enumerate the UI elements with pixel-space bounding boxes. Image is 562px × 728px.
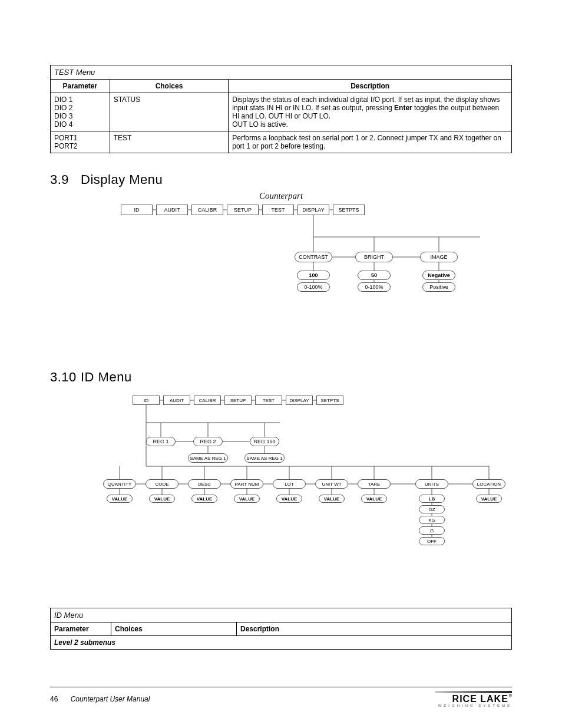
submenu-node: BRIGHT xyxy=(355,252,393,262)
menu-node: ID xyxy=(121,205,153,215)
id-menu-title: ID Menu xyxy=(51,608,512,622)
page-number: 46 xyxy=(50,695,58,703)
col-choices: Choices xyxy=(111,622,237,636)
table-row: DIO 1 DIO 2 DIO 3 DIO 4 STATUS Displays … xyxy=(51,93,512,131)
heading-id-menu: 3.10ID Menu xyxy=(50,370,512,385)
value-node: VALUE xyxy=(149,495,175,503)
cell-param: DIO 1 DIO 2 DIO 3 DIO 4 xyxy=(51,93,110,131)
value-node: LB xyxy=(419,495,445,503)
page-footer: 46 Counterpart User Manual RICE LAKE WEI… xyxy=(50,687,512,707)
value-node: 100 xyxy=(297,271,330,280)
menu-node: TEST xyxy=(255,396,282,405)
value-node: VALUE xyxy=(107,495,133,503)
field-node: PART NUM xyxy=(230,479,263,489)
id-menu-diagram: ID AUDIT CALIBR SETUP TEST DISPLAY SETPT… xyxy=(97,396,521,584)
test-menu-title: TEST Menu xyxy=(51,65,512,80)
doc-title: Counterpart User Manual xyxy=(71,695,150,703)
cell-desc: Displays the status of each individual d… xyxy=(229,93,512,131)
value-node: VALUE xyxy=(191,495,217,503)
figure-title: Counterpart xyxy=(50,191,512,201)
value-node: VALUE xyxy=(319,495,345,503)
field-node: LOCATION xyxy=(472,479,505,489)
display-menu-diagram: ID AUDIT CALIBR SETUP TEST DISPLAY SETPT… xyxy=(121,205,510,322)
field-node: QUANTITY xyxy=(103,479,136,489)
menu-node: SETUP xyxy=(227,205,259,215)
option-node: Positive xyxy=(422,282,455,292)
cell-choices: STATUS xyxy=(110,93,229,131)
same-as-node: SAME AS REG 1 xyxy=(244,453,285,463)
reg-node: REG 150 xyxy=(250,437,279,446)
unit-option: OFF xyxy=(419,537,445,545)
menu-node: SETPTS xyxy=(316,396,343,405)
col-description: Description xyxy=(237,622,512,636)
value-node: VALUE xyxy=(361,495,387,503)
field-node: LOT xyxy=(273,479,306,489)
menu-node: AUDIT xyxy=(156,205,188,215)
reg-node: REG 1 xyxy=(146,437,176,446)
cell-param: PORT1 PORT2 xyxy=(51,131,110,153)
unit-option: KG xyxy=(419,516,445,524)
col-description: Description xyxy=(229,80,512,93)
menu-node: TEST xyxy=(262,205,294,215)
value-node: 50 xyxy=(358,271,391,280)
logo-tagline: WEIGHING SYSTEMS xyxy=(435,704,512,707)
submenu-node: CONTRAST xyxy=(295,252,332,262)
field-node: CODE xyxy=(146,479,178,489)
value-node: Negative xyxy=(422,271,455,280)
field-node: UNIT WT xyxy=(315,479,348,489)
menu-node: AUDIT xyxy=(163,396,190,405)
menu-node: DISPLAY xyxy=(286,396,313,405)
option-node: 0-100% xyxy=(297,282,330,292)
col-parameter: Parameter xyxy=(51,622,111,636)
heading-display-menu: 3.9Display Menu xyxy=(50,172,512,187)
unit-option: OZ xyxy=(419,505,445,513)
field-node: TARE xyxy=(358,479,391,489)
value-node: VALUE xyxy=(476,495,502,503)
cell-desc: Performs a loopback test on serial port … xyxy=(229,131,512,153)
test-menu-table: TEST Menu Parameter Choices Description … xyxy=(50,65,512,153)
brand-logo: RICE LAKE WEIGHING SYSTEMS xyxy=(435,691,512,707)
field-node: UNITS xyxy=(415,479,448,489)
subheading: Level 2 submenus xyxy=(51,636,512,650)
id-menu-table: ID Menu Parameter Choices Description Le… xyxy=(50,608,512,650)
logo-name: RICE LAKE xyxy=(435,694,512,704)
unit-option: G xyxy=(419,526,445,535)
menu-node: SETPTS xyxy=(333,205,365,215)
field-node: DESC xyxy=(188,479,221,489)
reg-node: REG 2 xyxy=(193,437,223,446)
value-node: VALUE xyxy=(276,495,302,503)
table-row: PORT1 PORT2 TEST Performs a loopback tes… xyxy=(51,131,512,153)
col-choices: Choices xyxy=(110,80,229,93)
menu-node: CALIBR xyxy=(191,205,223,215)
option-node: 0-100% xyxy=(358,282,391,292)
same-as-node: SAME AS REG 1 xyxy=(188,453,228,463)
submenu-node: IMAGE xyxy=(420,252,458,262)
value-node: VALUE xyxy=(234,495,260,503)
menu-node: DISPLAY xyxy=(297,205,329,215)
cell-choices: TEST xyxy=(110,131,229,153)
menu-node: CALIBR xyxy=(194,396,221,405)
col-parameter: Parameter xyxy=(51,80,110,93)
menu-node: SETUP xyxy=(224,396,252,405)
menu-node: ID xyxy=(133,396,160,405)
